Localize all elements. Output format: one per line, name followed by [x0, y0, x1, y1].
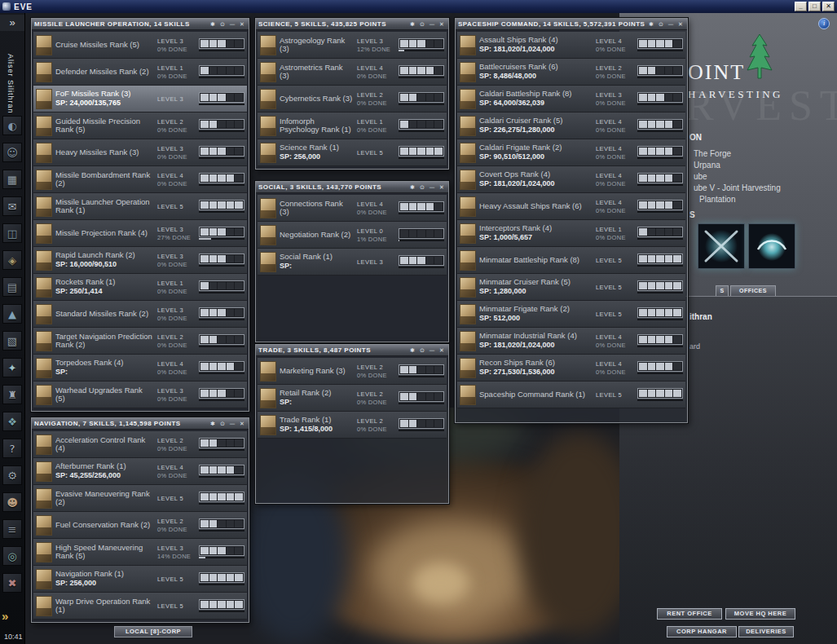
window-minimize-button[interactable]: — — [228, 21, 236, 28]
skill-row[interactable]: Warp Drive Operation Rank (1) LEVEL 5 — [33, 593, 247, 620]
window-close-button[interactable]: ✕ — [676, 21, 685, 28]
skill-row[interactable]: Minmatar Cruiser Rank (5) SP: 1,280,000 … — [457, 274, 685, 301]
skill-row[interactable]: Interceptors Rank (4) SP: 1,000/5,657 LE… — [457, 220, 685, 247]
settings-icon[interactable]: ⚙ — [2, 465, 22, 485]
skill-row[interactable]: Cruise Missiles Rank (5) LEVEL 3 0% DONE — [33, 32, 247, 59]
skill-row[interactable]: Standard Missiles Rank (2) LEVEL 3 0% DO… — [33, 301, 247, 328]
window-pin-button[interactable]: ✱ — [209, 21, 217, 28]
mail-icon[interactable]: ✉ — [2, 196, 22, 216]
window-titlebar[interactable]: TRADE, 3 SKILLS, 8,487 POINTS ✱ ⊙ — ✕ — [256, 345, 448, 356]
items-icon[interactable]: ▤ — [2, 277, 22, 297]
skill-row[interactable]: Social Rank (1) SP: LEVEL 3 — [258, 249, 447, 276]
skill-row[interactable]: Navigation Rank (1) SP: 256,000 LEVEL 5 — [33, 566, 247, 593]
skill-row[interactable]: Missile Bombardment Rank (2) LEVEL 4 0% … — [33, 166, 247, 193]
os-titlebar[interactable]: EVE _ □ ✕ — [0, 0, 837, 13]
rent-office-button[interactable]: RENT OFFICE — [657, 608, 722, 620]
window-pin-button[interactable]: ✱ — [408, 184, 416, 191]
skill-row[interactable]: Heavy Missiles Rank (3) LEVEL 3 0% DONE — [33, 139, 247, 166]
map-icon[interactable]: ◐ — [2, 116, 22, 135]
chat-tab-local-corp[interactable]: LOCAL [8]-CORP — [114, 626, 192, 637]
neocom-expand-bottom-button[interactable]: » — [2, 609, 7, 623]
skill-row[interactable]: Missile Projection Rank (4) LEVEL 3 27% … — [33, 220, 247, 247]
window-titlebar[interactable]: SCIENCE, 5 SKILLS, 435,825 POINTS ✱ ⊙ — … — [256, 19, 448, 30]
skill-row[interactable]: Rapid Launch Rank (2) SP: 16,000/90,510 … — [33, 247, 247, 274]
maximize-button[interactable]: □ — [808, 2, 821, 11]
window-close-button[interactable]: ✕ — [438, 21, 446, 28]
skill-row[interactable]: Infomorph Psychology Rank (1) LEVEL 1 0%… — [258, 112, 447, 139]
window-shade-button[interactable]: ⊙ — [418, 21, 426, 28]
corp-hangar-button[interactable]: CORP HANGAR — [667, 626, 737, 637]
wallet-icon[interactable]: ◈ — [2, 250, 22, 270]
skill-row[interactable]: Connections Rank (3) LEVEL 4 0% DONE — [258, 195, 447, 222]
window-minimize-button[interactable]: — — [428, 347, 436, 354]
skill-row[interactable]: Caldari Cruiser Rank (5) SP: 226,275/1,2… — [457, 112, 685, 139]
skill-row[interactable]: Astrogeology Rank (3) LEVEL 3 12% DONE — [258, 32, 447, 59]
item-preview-icon-2[interactable] — [748, 223, 795, 269]
window-shade-button[interactable]: ⊙ — [657, 21, 665, 28]
skill-row[interactable]: Caldari Battleship Rank (8) SP: 64,000/3… — [457, 86, 685, 112]
window-titlebar[interactable]: SPACESHIP COMMAND, 14 SKILLS, 5,572,391 … — [456, 19, 687, 30]
journal-icon[interactable]: ▧ — [2, 331, 22, 351]
window-pin-button[interactable]: ✱ — [647, 21, 655, 28]
skill-row[interactable]: Rockets Rank (1) SP: 250/1,414 LEVEL 1 0… — [33, 274, 247, 301]
window-shade-button[interactable]: ⊙ — [418, 347, 426, 354]
skill-row[interactable]: Cybernetics Rank (3) LEVEL 2 0% DONE — [258, 86, 447, 112]
skill-row[interactable]: Battlecruisers Rank (6) SP: 8,486/48,000… — [457, 59, 685, 86]
info-icon[interactable]: i — [818, 18, 830, 29]
character-icon[interactable]: ☻ — [2, 492, 22, 512]
window-titlebar[interactable]: MISSILE LAUNCHER OPERATION, 14 SKILLS ✱ … — [32, 19, 249, 30]
skill-row[interactable]: Astrometrics Rank (3) LEVEL 4 0% DONE — [258, 59, 447, 86]
science-icon[interactable]: ❖ — [2, 412, 22, 431]
move-hq-here-button[interactable]: MOVE HQ HERE — [725, 608, 795, 620]
skill-row[interactable]: FoF Missiles Rank (3) SP: 24,000/135,765… — [33, 86, 247, 112]
window-pin-button[interactable]: ✱ — [408, 347, 416, 354]
skill-row[interactable]: Acceleration Control Rank (4) LEVEL 2 0%… — [33, 431, 247, 458]
window-pin-button[interactable]: ✱ — [209, 421, 217, 427]
skill-row[interactable]: Minmatar Battleship Rank (8) LEVEL 5 — [457, 247, 685, 274]
skill-row[interactable]: Caldari Frigate Rank (2) SP: 90,510/512,… — [457, 139, 685, 166]
skill-row[interactable]: Afterburner Rank (1) SP: 45,255/256,000 … — [33, 458, 247, 485]
deliveries-button[interactable]: DELIVERIES — [738, 626, 794, 637]
window-close-button[interactable]: ✕ — [438, 184, 446, 191]
window-minimize-button[interactable]: — — [428, 184, 436, 191]
skill-row[interactable]: Minmatar Industrial Rank (4) SP: 181,020… — [457, 328, 685, 355]
window-shade-button[interactable]: ⊙ — [418, 184, 426, 191]
window-shade-button[interactable]: ⊙ — [218, 421, 227, 427]
tab-s[interactable]: S — [716, 285, 729, 296]
skill-row[interactable]: Evasive Maneuvering Rank (2) LEVEL 5 — [33, 485, 247, 512]
window-minimize-button[interactable]: — — [667, 21, 675, 28]
skill-row[interactable]: Retail Rank (2) SP: LEVEL 2 0% DONE — [258, 385, 447, 412]
corporation-icon[interactable]: ♜ — [2, 385, 22, 404]
window-titlebar[interactable]: SOCIAL, 3 SKILLS, 143,770 POINTS ✱ ⊙ — ✕ — [256, 182, 448, 193]
skill-row[interactable]: Assault Ships Rank (4) SP: 181,020/1,024… — [457, 32, 685, 59]
scanner-icon[interactable]: ◎ — [2, 546, 22, 566]
exit-icon[interactable]: ✖ — [2, 573, 22, 593]
skill-row[interactable]: Marketing Rank (3) LEVEL 2 0% DONE — [258, 358, 447, 385]
ships-icon[interactable]: ▲ — [2, 304, 22, 324]
skill-row[interactable]: Recon Ships Rank (6) SP: 271,530/1,536,0… — [457, 355, 685, 382]
skill-row[interactable]: Covert Ops Rank (4) SP: 181,020/1,024,00… — [457, 166, 685, 193]
people-places-icon[interactable]: ☺ — [2, 143, 22, 162]
skill-row[interactable]: Trade Rank (1) SP: 1,415/8,000 LEVEL 2 0… — [258, 412, 447, 439]
market-icon[interactable]: ◫ — [2, 223, 22, 243]
window-close-button[interactable]: ✕ — [238, 421, 246, 427]
assets-icon[interactable]: ▦ — [2, 170, 22, 189]
skill-row[interactable]: Fuel Conservation Rank (2) LEVEL 2 0% DO… — [33, 512, 247, 539]
tab-offices[interactable]: OFFICES — [730, 285, 776, 296]
skill-row[interactable]: High Speed Maneuvering Rank (5) LEVEL 3 … — [33, 539, 247, 566]
window-close-button[interactable]: ✕ — [438, 347, 446, 354]
skill-row[interactable]: Warhead Upgrades Rank (5) LEVEL 3 0% DON… — [33, 382, 247, 408]
skill-row[interactable]: Defender Missiles Rank (2) LEVEL 1 0% DO… — [33, 59, 247, 86]
neocom-expand-button[interactable]: » — [0, 15, 24, 31]
window-close-button[interactable]: ✕ — [238, 21, 246, 28]
skills-icon[interactable]: ✦ — [2, 358, 22, 377]
minimize-button[interactable]: _ — [795, 2, 807, 11]
window-minimize-button[interactable]: — — [428, 21, 436, 28]
item-preview-icon-1[interactable] — [698, 223, 745, 269]
skill-row[interactable]: Negotiation Rank (2) LEVEL 0 1% DONE — [258, 222, 447, 249]
skill-row[interactable]: Minmatar Frigate Rank (2) SP: 512,000 LE… — [457, 301, 685, 328]
window-minimize-button[interactable]: — — [228, 421, 236, 427]
skill-row[interactable]: Torpedoes Rank (4) SP: LEVEL 4 0% DONE — [33, 355, 247, 382]
skill-row[interactable]: Spaceship Command Rank (1) LEVEL 5 — [457, 382, 685, 408]
skill-row[interactable]: Target Navigation Prediction Rank (2) LE… — [33, 328, 247, 355]
